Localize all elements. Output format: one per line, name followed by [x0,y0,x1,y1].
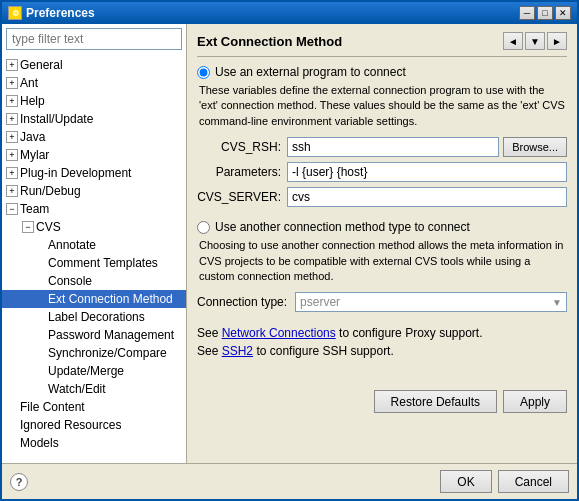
label-ant: Ant [20,76,38,90]
label-run-debug: Run/Debug [20,184,81,198]
select-arrow-icon: ▼ [552,297,562,308]
expand-ant[interactable]: + [6,77,18,89]
cvs-server-input[interactable] [287,187,567,207]
tree-item-update-merge[interactable]: Update/Merge [2,362,186,380]
tree-item-mylar[interactable]: + Mylar [2,146,186,164]
see1-text: See [197,326,222,340]
label-console: Console [48,274,92,288]
label-plugin: Plug-in Development [20,166,131,180]
tree-item-watch-edit[interactable]: Watch/Edit [2,380,186,398]
tree-item-password[interactable]: Password Management [2,326,186,344]
connection-type-row: Connection type: pserver ▼ [197,292,567,312]
label-general: General [20,58,63,72]
expand-install[interactable]: + [6,113,18,125]
label-file-content: File Content [20,400,85,414]
radio1-input[interactable] [197,66,210,79]
cvs-rsh-label: CVS_RSH: [197,140,287,154]
tree-item-file-content[interactable]: File Content [2,398,186,416]
expand-run-debug[interactable]: + [6,185,18,197]
tree: + General + Ant + Help [2,54,186,463]
label-java: Java [20,130,45,144]
expand-general[interactable]: + [6,59,18,71]
preferences-window: ⚙ Preferences ─ □ ✕ + General [0,0,579,501]
expand-plugin[interactable]: + [6,167,18,179]
see2-suffix: to configure SSH support. [253,344,394,358]
window-icon: ⚙ [8,6,22,20]
tree-item-comment-templates[interactable]: Comment Templates [2,254,186,272]
nav-arrows: ◄ ▼ ► [503,32,567,50]
label-sync: Synchronize/Compare [48,346,167,360]
nav-separator: ▼ [525,32,545,50]
window-title: Preferences [26,6,95,20]
help-button[interactable]: ? [10,473,28,491]
radio1-row: Use an external program to connect [197,65,567,79]
close-button[interactable]: ✕ [555,6,571,20]
radio2-label[interactable]: Use another connection method type to co… [215,220,470,234]
radio2-input[interactable] [197,221,210,234]
ok-button[interactable]: OK [440,470,491,493]
restore-defaults-button[interactable]: Restore Defaults [374,390,497,413]
tree-item-label-decorations[interactable]: Label Decorations [2,308,186,326]
label-password: Password Management [48,328,174,342]
radio2-row: Use another connection method type to co… [197,220,567,234]
right-header: Ext Connection Method ◄ ▼ ► [197,32,567,57]
minimize-button[interactable]: ─ [519,6,535,20]
expand-mylar[interactable]: + [6,149,18,161]
connection-type-value: pserver [300,295,340,309]
main-content: + General + Ant + Help [2,24,577,463]
tree-item-console[interactable]: Console [2,272,186,290]
tree-item-team[interactable]: − Team [2,200,186,218]
tree-item-ant[interactable]: + Ant [2,74,186,92]
see1-suffix: to configure Proxy support. [336,326,483,340]
radio1-label[interactable]: Use an external program to connect [215,65,406,79]
left-panel: + General + Ant + Help [2,24,187,463]
browse-button[interactable]: Browse... [503,137,567,157]
connection-type-label: Connection type: [197,295,287,309]
label-cvs: CVS [36,220,61,234]
label-mylar: Mylar [20,148,49,162]
tree-item-plugin[interactable]: + Plug-in Development [2,164,186,182]
tree-item-java[interactable]: + Java [2,128,186,146]
label-models: Models [20,436,59,450]
tree-item-cvs[interactable]: − CVS [2,218,186,236]
see-network-row: See Network Connections to configure Pro… [197,326,567,340]
tree-item-ext-connection[interactable]: Ext Connection Method [2,290,186,308]
tree-item-help[interactable]: + Help [2,92,186,110]
connection-type-select[interactable]: pserver ▼ [295,292,567,312]
cvs-rsh-row: CVS_RSH: Browse... [197,137,567,157]
expand-cvs[interactable]: − [22,221,34,233]
tree-item-install-update[interactable]: + Install/Update [2,110,186,128]
label-help: Help [20,94,45,108]
expand-help[interactable]: + [6,95,18,107]
network-connections-link[interactable]: Network Connections [222,326,336,340]
tree-item-ignored[interactable]: Ignored Resources [2,416,186,434]
apply-button[interactable]: Apply [503,390,567,413]
expand-team[interactable]: − [6,203,18,215]
tree-item-annotate[interactable]: Annotate [2,236,186,254]
label-comment-templates: Comment Templates [48,256,158,270]
expand-java[interactable]: + [6,131,18,143]
titlebar-buttons: ─ □ ✕ [519,6,571,20]
cvs-server-label: CVS_SERVER: [197,190,287,204]
tree-item-general[interactable]: + General [2,56,186,74]
nav-forward-button[interactable]: ► [547,32,567,50]
maximize-button[interactable]: □ [537,6,553,20]
ssh2-link[interactable]: SSH2 [222,344,253,358]
label-team: Team [20,202,49,216]
cvs-rsh-input[interactable] [287,137,499,157]
tree-item-sync[interactable]: Synchronize/Compare [2,344,186,362]
parameters-label: Parameters: [197,165,287,179]
titlebar-left: ⚙ Preferences [8,6,95,20]
filter-input[interactable] [6,28,182,50]
description2: Choosing to use another connection metho… [197,238,567,284]
parameters-row: Parameters: [197,162,567,182]
label-ext-connection: Ext Connection Method [48,292,173,306]
description1: These variables define the external conn… [197,83,567,129]
label-ignored: Ignored Resources [20,418,121,432]
see-ssh2-row: See SSH2 to configure SSH support. [197,344,567,358]
nav-back-button[interactable]: ◄ [503,32,523,50]
cancel-button[interactable]: Cancel [498,470,569,493]
parameters-input[interactable] [287,162,567,182]
tree-item-run-debug[interactable]: + Run/Debug [2,182,186,200]
tree-item-models[interactable]: Models [2,434,186,452]
